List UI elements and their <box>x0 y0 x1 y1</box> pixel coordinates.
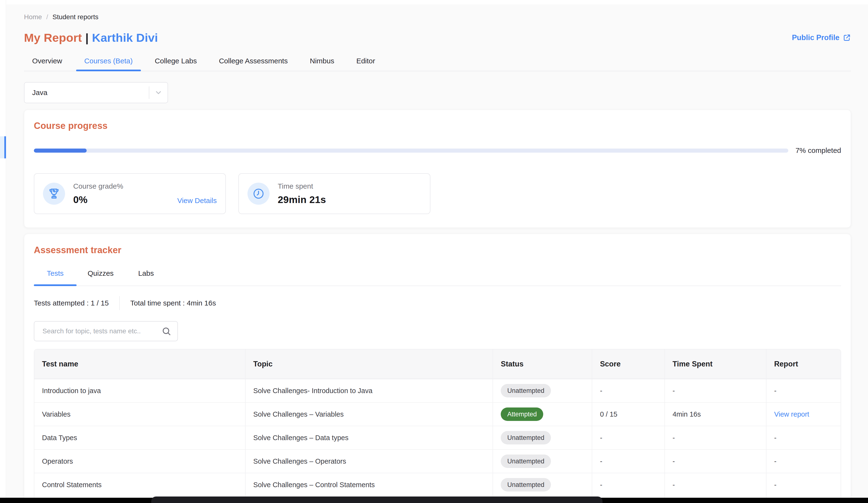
public-profile-link[interactable]: Public Profile <box>792 33 851 42</box>
tests-attempted-stat: Tests attempted : 1 / 15 <box>34 299 109 307</box>
course-grade-texts: Course grade% 0% <box>73 182 123 206</box>
tracker-tab-tests[interactable]: Tests <box>34 269 76 285</box>
column-header-report: Report <box>766 349 841 379</box>
time-spent-texts: Time spent 29min 21s <box>278 182 326 206</box>
main-tab-bar: OverviewCourses (Beta)College LabsColleg… <box>24 57 851 71</box>
view-details-link[interactable]: View Details <box>177 197 217 205</box>
column-header-time-spent: Time Spent <box>665 349 766 379</box>
bottom-dock-edge <box>151 496 602 503</box>
tracker-tab-labs[interactable]: Labs <box>125 269 167 285</box>
search-box <box>34 321 178 341</box>
cell-report: - <box>766 450 841 473</box>
cell-status: Unattempted <box>493 426 592 450</box>
assessment-tracker-panel: Assessment tracker TestsQuizzesLabs Test… <box>24 234 851 503</box>
cell-topic: Solve Challenges – Operators <box>246 450 493 473</box>
page-title: My Report|Karthik Divi <box>24 31 158 44</box>
table-header-row: Test nameTopicStatusScoreTime SpentRepor… <box>34 349 841 379</box>
cell-test-name: Control Statements <box>34 473 246 497</box>
tracker-tab-bar: TestsQuizzesLabs <box>34 269 841 286</box>
tracker-stats-row: Tests attempted : 1 / 15 Total time spen… <box>34 296 841 310</box>
public-profile-label: Public Profile <box>792 33 839 42</box>
status-badge: Unattempted <box>501 454 551 468</box>
cell-test-name: Introduction to java <box>34 379 246 403</box>
time-spent-card: Time spent 29min 21s <box>238 173 431 214</box>
search-input[interactable] <box>34 321 178 341</box>
report-title: My Report <box>24 31 82 44</box>
table-row: OperatorsSolve Challenges – OperatorsUna… <box>34 450 841 473</box>
time-spent-label: Time spent <box>278 182 326 190</box>
progress-completed-label: 7% completed <box>796 146 841 155</box>
course-progress-heading: Course progress <box>34 121 841 131</box>
column-header-topic: Topic <box>246 349 493 379</box>
tab-college-assessments[interactable]: College Assessments <box>211 57 296 71</box>
tracker-tab-quizzes[interactable]: Quizzes <box>76 269 125 285</box>
table-row: Data TypesSolve Challenges – Data typesU… <box>34 426 841 450</box>
tab-overview[interactable]: Overview <box>24 57 70 71</box>
cell-topic: Solve Challenges – Variables <box>246 403 493 426</box>
cell-time-spent: - <box>665 450 766 473</box>
page-header: My Report|Karthik Divi Public Profile <box>24 31 851 44</box>
assessment-tracker-heading: Assessment tracker <box>34 245 841 255</box>
tests-table-wrap: Test nameTopicStatusScoreTime SpentRepor… <box>34 349 841 503</box>
cell-score: - <box>592 450 665 473</box>
table-body: Introduction to javaSolve Challenges- In… <box>34 379 841 503</box>
cell-time-spent: - <box>665 473 766 497</box>
cell-report: - <box>766 473 841 497</box>
column-header-score: Score <box>592 349 665 379</box>
course-grade-value: 0% <box>73 194 123 206</box>
tests-table: Test nameTopicStatusScoreTime SpentRepor… <box>34 349 841 503</box>
clock-icon <box>248 182 270 205</box>
search-icon[interactable] <box>162 326 171 336</box>
status-badge: Attempted <box>501 408 543 421</box>
table-row: VariablesSolve Challenges – VariablesAtt… <box>34 403 841 426</box>
breadcrumb: Home / Student reports <box>24 13 851 21</box>
status-badge: Unattempted <box>501 478 551 492</box>
cell-status: Attempted <box>493 403 592 426</box>
tab-nimbus[interactable]: Nimbus <box>302 57 342 71</box>
tab-editor[interactable]: Editor <box>348 57 383 71</box>
breadcrumb-home-link[interactable]: Home <box>24 13 42 21</box>
tab-college-labs[interactable]: College Labs <box>147 57 205 71</box>
trophy-icon <box>43 182 65 205</box>
column-header-test-name: Test name <box>34 349 246 379</box>
total-time-stat: Total time spent : 4min 16s <box>130 299 216 307</box>
course-progress-panel: Course progress 7% completed <box>24 110 851 228</box>
progress-track <box>34 148 788 153</box>
cell-topic: Solve Challenges- Introduction to Java <box>246 379 493 403</box>
cell-time-spent: - <box>665 426 766 450</box>
table-row: Introduction to javaSolve Challenges- In… <box>34 379 841 403</box>
sidebar-active-indicator[interactable] <box>0 136 6 158</box>
cell-report: - <box>766 426 841 450</box>
cell-report: View report <box>766 403 841 426</box>
tab-courses-beta[interactable]: Courses (Beta) <box>76 57 141 71</box>
cell-score: - <box>592 379 665 403</box>
breadcrumb-current: Student reports <box>52 13 98 21</box>
course-select-value: Java <box>24 88 149 97</box>
chevron-down-icon <box>149 88 167 97</box>
cell-report: - <box>766 379 841 403</box>
cell-status: Unattempted <box>493 379 592 403</box>
time-spent-value: 29min 21s <box>278 194 326 206</box>
top-window-strip <box>0 0 868 4</box>
course-select[interactable]: Java <box>24 82 168 103</box>
course-grade-label: Course grade% <box>73 182 123 190</box>
cell-time-spent: 4min 16s <box>665 403 766 426</box>
cell-test-name: Operators <box>34 450 246 473</box>
cell-test-name: Variables <box>34 403 246 426</box>
student-name: Karthik Divi <box>92 31 158 44</box>
progress-fill <box>34 148 87 153</box>
cell-topic: Solve Challenges – Data types <box>246 426 493 450</box>
status-badge: Unattempted <box>501 384 551 397</box>
breadcrumb-separator: / <box>46 13 48 21</box>
status-badge: Unattempted <box>501 431 551 444</box>
cell-score: - <box>592 426 665 450</box>
cell-score: 0 / 15 <box>592 403 665 426</box>
left-sidebar-strip <box>0 0 6 503</box>
cell-score: - <box>592 473 665 497</box>
main-content: Home / Student reports My Report|Karthik… <box>6 0 868 503</box>
view-report-link[interactable]: View report <box>774 410 809 418</box>
external-link-icon <box>843 34 851 42</box>
course-progress-bar-row: 7% completed <box>34 146 841 155</box>
column-header-status: Status <box>493 349 592 379</box>
cell-status: Unattempted <box>493 450 592 473</box>
